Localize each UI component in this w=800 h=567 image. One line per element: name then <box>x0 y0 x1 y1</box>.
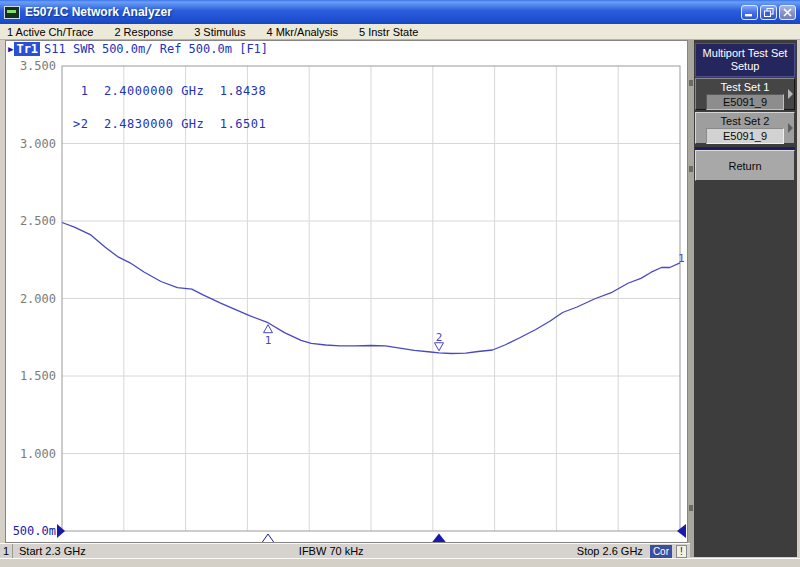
sweep-stop-marker-icon <box>677 524 686 538</box>
marker-readout: 1 2.4000000 GHz 1.8438 >2 2.4830000 GHz … <box>73 64 266 152</box>
softkey-test-set-2[interactable]: Test Set 2 E5091_9 <box>695 112 795 144</box>
scrollbar-nub <box>689 505 693 511</box>
menu-stimulus[interactable]: 3 Stimulus <box>194 26 245 38</box>
marker-1-label: 1 <box>265 334 272 347</box>
menu-mkr-analysis[interactable]: 4 Mkr/Analysis <box>266 26 338 38</box>
softkey-test-set-1[interactable]: Test Set 1 E5091_9 <box>695 78 795 110</box>
trace-label-badge[interactable]: Tr1 <box>14 42 40 56</box>
y-axis-tick-label: 1.500 <box>20 369 56 383</box>
correction-status-badge: Cor <box>650 545 672 558</box>
sweep-indicator: ! <box>676 545 687 558</box>
ifbw-readout: IFBW 70 kHz <box>86 545 577 557</box>
menu-response[interactable]: 2 Response <box>114 26 173 38</box>
marker-readout-line-1: 1 2.4000000 GHz 1.8438 <box>73 86 266 97</box>
menu-active-ch-trace[interactable]: 1 Active Ch/Trace <box>7 26 93 38</box>
softkey-label: Test Set 1 <box>696 81 794 93</box>
window-bottom-frame <box>0 558 800 567</box>
scrollbar-nub <box>689 80 693 86</box>
marker-2-symbol <box>434 343 443 351</box>
app-icon <box>4 6 20 19</box>
marker-1-symbol <box>264 325 273 333</box>
title-bar: E5071C Network Analyzer <box>0 0 800 24</box>
softkey-menu-title: Multiport Test Set Setup <box>695 43 795 77</box>
y-axis-tick-label: 1.000 <box>20 447 56 461</box>
marker-2-label: 2 <box>436 331 443 344</box>
y-axis-tick-label: 2.000 <box>20 292 56 306</box>
marker-1-stimulus-icon <box>262 534 274 542</box>
menu-instr-state[interactable]: 5 Instr State <box>359 26 418 38</box>
softkey-value: E5091_9 <box>706 128 784 144</box>
softkey-return[interactable]: Return <box>695 150 795 181</box>
window-title: E5071C Network Analyzer <box>25 5 739 19</box>
softkey-scrollbar[interactable] <box>688 40 694 557</box>
close-button[interactable] <box>779 5 796 20</box>
scrollbar-nub <box>689 166 693 172</box>
trace-format-text: S11 SWR 500.0m/ Ref 500.0m [F1] <box>44 42 268 56</box>
softkey-label: Test Set 2 <box>696 115 794 127</box>
channel-window: 3.5003.0002.5002.0001.5001.000500.0m112 … <box>5 40 688 543</box>
y-axis-tick-label: 2.500 <box>20 214 56 228</box>
restore-button[interactable] <box>760 5 777 20</box>
trace-status-bar: ▶ Tr1 S11 SWR 500.0m/ Ref 500.0m [F1] <box>8 42 268 56</box>
stop-frequency: Stop 2.6 GHz <box>577 545 643 557</box>
marker-readout-line-2: >2 2.4830000 GHz 1.6501 <box>73 119 266 130</box>
active-trace-indicator-icon: ▶ <box>8 44 13 54</box>
close-icon <box>783 8 792 17</box>
channel-number: 1 <box>0 544 13 558</box>
softkey-value: E5091_9 <box>706 94 784 110</box>
menu-bar: 1 Active Ch/Trace 2 Response 3 Stimulus … <box>0 24 800 40</box>
trace-end-label: 1 <box>678 252 685 265</box>
restore-icon <box>764 8 774 17</box>
status-bar: 1 Start 2.3 GHz IFBW 70 kHz Stop 2.6 GHz… <box>0 543 690 558</box>
minimize-icon <box>745 8 754 17</box>
submenu-arrow-icon <box>788 89 793 99</box>
y-axis-tick-label: 3.000 <box>20 137 56 151</box>
softkey-sidebar: Multiport Test Set Setup Test Set 1 E509… <box>688 40 797 557</box>
y-axis-tick-label: 3.500 <box>20 59 56 73</box>
marker-2-stimulus-icon <box>431 534 446 543</box>
start-frequency: Start 2.3 GHz <box>13 545 86 557</box>
minimize-button[interactable] <box>741 5 758 20</box>
reference-level-marker-icon <box>57 524 65 538</box>
reference-level-label: 500.0m <box>13 524 56 538</box>
submenu-arrow-icon <box>788 123 793 133</box>
